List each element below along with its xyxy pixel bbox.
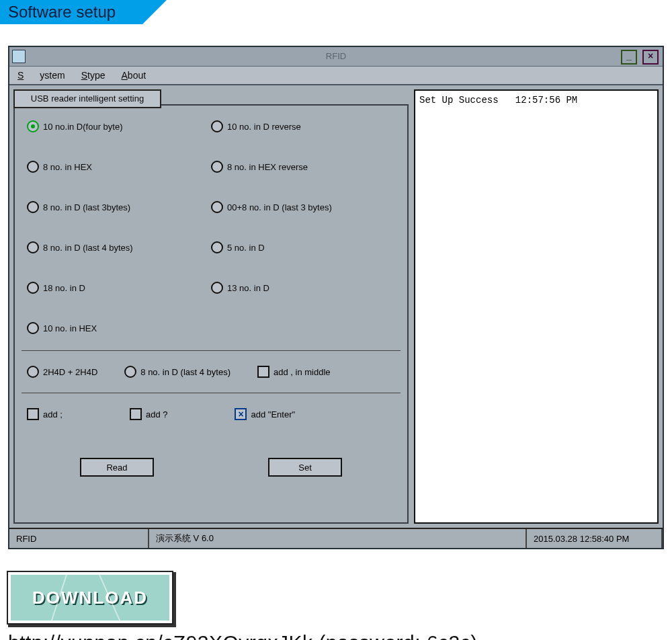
separator-2 [22, 393, 401, 393]
radio-2h4d[interactable]: 2H4D + 2H4D [27, 366, 97, 378]
tab-usb-reader[interactable]: USB reader intelligent setting [13, 89, 161, 108]
download-url: http://yunpan.cn/cZ92XQyrqxJKk (password… [8, 631, 672, 640]
app-icon [12, 50, 26, 63]
title-bar: RFID _ × [9, 47, 663, 67]
window-title: RFID [9, 47, 663, 66]
radio-10-d-reverse[interactable]: 10 no. in D reverse [211, 120, 395, 132]
radio-5-d[interactable]: 5 no. in D [211, 241, 395, 253]
row-terminators: add ; add ? ×add "Enter" [22, 403, 401, 426]
status-bar: RFID 演示系统 V 6.0 2015.03.28 12:58:40 PM [9, 528, 663, 548]
page-title: Software setup [0, 0, 142, 24]
set-button[interactable]: Set [268, 458, 342, 477]
menu-about[interactable]: About [114, 70, 155, 81]
menu-bar: System Stype About [9, 67, 663, 85]
radio-8-hex-reverse[interactable]: 8 no. in HEX reverse [211, 161, 395, 173]
row-secondary: 2H4D + 2H4D 8 no. in D (last 4 bytes) ad… [22, 360, 401, 383]
download-label: DOWNLOAD [32, 588, 148, 608]
radio-10-d-four-byte[interactable]: 10 no.in D(four byte) [27, 120, 211, 132]
menu-system[interactable]: System [9, 70, 73, 81]
check-add-semicolon[interactable]: add ; [27, 408, 62, 420]
close-button[interactable]: × [642, 50, 659, 65]
radio-13-d[interactable]: 13 no. in D [211, 282, 395, 294]
download-button[interactable]: DOWNLOAD [8, 572, 172, 623]
check-add-enter[interactable]: ×add "Enter" [235, 408, 295, 420]
read-button[interactable]: Read [80, 458, 154, 477]
separator-1 [22, 350, 401, 351]
status-app: RFID [9, 529, 149, 548]
page-header: Software setup [0, 0, 672, 34]
app-window: RFID _ × System Stype About USB reader i… [8, 46, 664, 549]
radio-10-hex[interactable]: 10 no. in HEX [27, 322, 211, 334]
radio-00-8-d-last3[interactable]: 00+8 no. in D (last 3 bytes) [211, 201, 395, 213]
check-add-question[interactable]: add ? [130, 408, 168, 420]
status-version: 演示系统 V 6.0 [149, 529, 527, 548]
radio-grid: 10 no.in D(four byte) 10 no. in D revers… [22, 112, 401, 341]
check-add-comma[interactable]: add , in middle [257, 366, 331, 378]
radio-8-d-last3[interactable]: 8 no. in D (last 3bytes) [27, 201, 211, 213]
radio-8-d-last4-b[interactable]: 8 no. in D (last 4 bytes) [124, 366, 230, 378]
settings-pane: USB reader intelligent setting Output fo… [13, 89, 409, 524]
radio-18-d[interactable]: 18 no. in D [27, 282, 211, 294]
log-pane: Set Up Success 12:57:56 PM [414, 89, 659, 524]
output-format-group: Output format setting 10 no.in D(four by… [13, 104, 409, 524]
menu-stype[interactable]: Stype [73, 70, 114, 81]
status-datetime: 2015.03.28 12:58:40 PM [527, 529, 663, 548]
radio-8-d-last4[interactable]: 8 no. in D (last 4 bytes) [27, 241, 211, 253]
minimize-button[interactable]: _ [621, 50, 637, 65]
radio-8-hex[interactable]: 8 no. in HEX [27, 161, 211, 173]
